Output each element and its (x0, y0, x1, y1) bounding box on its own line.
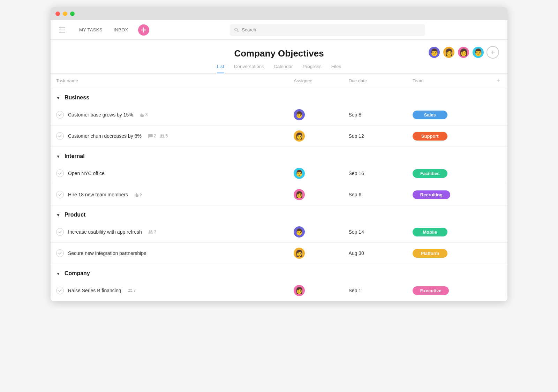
task-checkbox[interactable] (56, 132, 64, 140)
search-bar[interactable] (230, 24, 425, 36)
assignee-cell[interactable]: 👨 (288, 163, 343, 184)
team-cell[interactable]: Platform (407, 243, 489, 264)
svg-point-7 (151, 230, 152, 232)
task-row: Increase usability with app refresh 3 👨S… (51, 221, 507, 243)
task-name-cell: Secure new integration partnerships (51, 243, 288, 264)
task-name[interactable]: Hire 18 new team members (68, 192, 128, 197)
tab-calendar[interactable]: Calendar (274, 64, 293, 73)
row-add-cell (489, 163, 507, 184)
tab-conversations[interactable]: Conversations (234, 64, 264, 73)
section-row: ▼Business (51, 88, 507, 105)
row-add-cell (489, 243, 507, 264)
team-badge[interactable]: Platform (413, 249, 447, 258)
section-row: ▼Product (51, 205, 507, 222)
header-avatar-3[interactable]: 👨 (472, 46, 484, 59)
col-header-due: Due date (343, 74, 407, 88)
tab-progress[interactable]: Progress (303, 64, 322, 73)
team-cell[interactable]: Support (407, 126, 489, 147)
svg-point-5 (162, 134, 164, 136)
svg-point-8 (128, 289, 130, 290)
maximize-dot[interactable] (70, 12, 75, 16)
team-badge[interactable]: Support (413, 132, 447, 141)
section-label: Company (65, 270, 90, 276)
tab-bar: ListConversationsCalendarProgressFiles (51, 64, 507, 74)
assignee-avatar[interactable]: 👩 (294, 189, 305, 200)
task-row: Customer churn decreases by 8% 25 👩Sep 1… (51, 126, 507, 147)
header-avatar-0[interactable]: 👨 (428, 46, 440, 59)
col-header-task: Task name (51, 74, 288, 88)
task-checkbox[interactable] (56, 191, 64, 198)
task-table: Task name Assignee Due date Team + ▼Busi… (51, 74, 507, 301)
assignee-cell[interactable]: 👨 (288, 221, 343, 243)
minimize-dot[interactable] (63, 12, 67, 16)
header-avatar-2[interactable]: 👩 (457, 46, 470, 59)
meta-collab: 7 (128, 288, 136, 293)
task-row: Hire 18 new team members 8 👩Sep 6Recruit… (51, 184, 507, 205)
task-checkbox[interactable] (56, 249, 64, 257)
task-name-cell: Hire 18 new team members 8 (51, 184, 288, 205)
assignee-avatar[interactable]: 👨 (294, 226, 305, 238)
due-date-cell: Sep 16 (343, 163, 407, 184)
col-add[interactable]: + (489, 74, 507, 88)
task-name[interactable]: Customer base grows by 15% (68, 112, 133, 118)
row-add-cell (489, 221, 507, 243)
header-avatar-1[interactable]: 👩 (443, 46, 455, 59)
avatar-group: 👨👩👩👨+ (428, 46, 499, 59)
section-chevron[interactable]: ▼ (56, 271, 60, 276)
row-add-cell (489, 280, 507, 301)
meta-like: 8 (134, 192, 143, 197)
team-cell[interactable]: Mobile (407, 221, 489, 243)
row-add-cell (489, 126, 507, 147)
task-row: Customer base grows by 15% 3 👨Sep 8Sales (51, 104, 507, 126)
due-date-cell: Sep 1 (343, 280, 407, 301)
assignee-cell[interactable]: 👩 (288, 126, 343, 147)
team-cell[interactable]: Executive (407, 280, 489, 301)
task-name[interactable]: Secure new integration partnerships (68, 250, 146, 256)
team-badge[interactable]: Mobile (413, 228, 447, 236)
task-checkbox[interactable] (56, 228, 64, 236)
team-badge[interactable]: Recruiting (413, 190, 450, 199)
assignee-avatar[interactable]: 👨 (294, 168, 305, 179)
task-name[interactable]: Open NYC office (68, 171, 105, 176)
section-label: Product (65, 212, 85, 218)
close-dot[interactable] (55, 12, 60, 16)
hamburger-menu[interactable] (56, 25, 68, 35)
team-cell[interactable]: Sales (407, 104, 489, 126)
my-tasks-link[interactable]: MY TASKS (74, 27, 108, 32)
task-name[interactable]: Customer churn decreases by 8% (68, 133, 142, 139)
team-cell[interactable]: Facilities (407, 163, 489, 184)
assignee-avatar[interactable]: 👩 (294, 130, 305, 142)
team-badge[interactable]: Executive (413, 286, 449, 295)
search-input[interactable] (242, 27, 421, 32)
team-badge[interactable]: Facilities (413, 169, 447, 178)
assignee-cell[interactable]: 👩 (288, 184, 343, 205)
assignee-avatar[interactable]: 👩 (294, 248, 305, 259)
task-checkbox[interactable] (56, 287, 64, 294)
add-button[interactable] (138, 24, 149, 36)
inbox-link[interactable]: INBOX (108, 27, 134, 32)
task-name-cell: Increase usability with app refresh 3 (51, 221, 288, 243)
task-name[interactable]: Raise Series B financing (68, 288, 121, 293)
svg-line-3 (237, 30, 239, 32)
row-add-cell (489, 104, 507, 126)
section-chevron[interactable]: ▼ (56, 213, 60, 218)
tab-files[interactable]: Files (331, 64, 341, 73)
team-cell[interactable]: Recruiting (407, 184, 489, 205)
task-name[interactable]: Increase usability with app refresh (68, 229, 142, 235)
assignee-avatar[interactable]: 👩 (294, 285, 305, 296)
team-badge[interactable]: Sales (413, 111, 447, 119)
section-chevron[interactable]: ▼ (56, 96, 60, 100)
task-name-cell: Raise Series B financing 7 (51, 280, 288, 301)
due-date-cell: Sep 14 (343, 221, 407, 243)
assignee-avatar[interactable]: 👨 (294, 109, 305, 120)
add-member-button[interactable]: + (487, 46, 499, 59)
meta-collab: 3 (148, 229, 157, 234)
task-name-cell: Open NYC office (51, 163, 288, 184)
section-chevron[interactable]: ▼ (56, 154, 60, 159)
assignee-cell[interactable]: 👩 (288, 243, 343, 264)
assignee-cell[interactable]: 👩 (288, 280, 343, 301)
task-checkbox[interactable] (56, 111, 64, 119)
tab-list[interactable]: List (217, 64, 224, 73)
task-checkbox[interactable] (56, 169, 64, 177)
assignee-cell[interactable]: 👨 (288, 104, 343, 126)
